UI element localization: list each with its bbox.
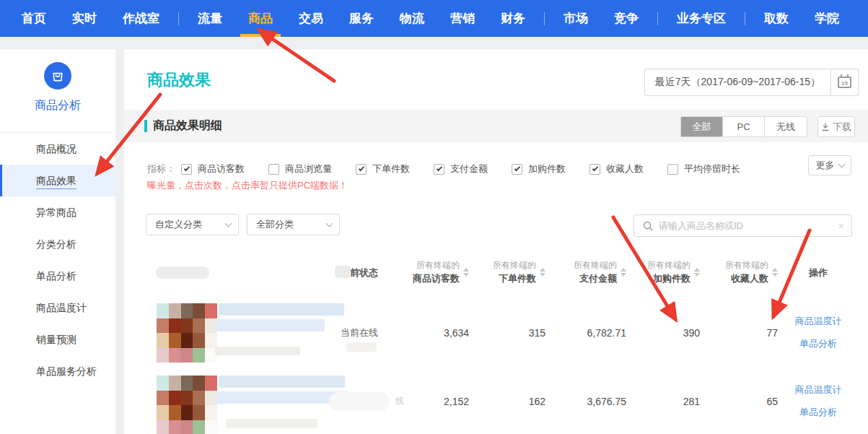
sort-desc-icon [621, 273, 626, 277]
metric-checkbox[interactable]: 商品访客数 [181, 162, 245, 175]
sidebar-item[interactable]: 分类分析 [0, 228, 115, 260]
table-header-metric[interactable]: 所有终端的下单件数 [469, 256, 545, 289]
nav-item[interactable]: 商品 [235, 0, 286, 37]
action-link[interactable]: 单品分析 [799, 406, 837, 419]
checkbox[interactable] [434, 164, 444, 175]
metric-label: 支付金额 [450, 162, 488, 175]
sidebar-item[interactable]: 商品概况 [0, 133, 115, 165]
nav-item[interactable]: 服务 [336, 0, 387, 37]
nav-item[interactable]: 业务专区 [664, 0, 739, 37]
metric-checkbox[interactable]: 收藏人数 [589, 162, 644, 175]
product-image-blurred [157, 376, 217, 434]
mosaic-cell [193, 420, 205, 434]
sort-desc-icon [772, 273, 778, 277]
date-range-button[interactable]: 最近7天（2017-06-09~2017-06-15） [644, 69, 831, 96]
nav-item[interactable]: 市场 [551, 0, 601, 37]
nav-item[interactable]: 学院 [802, 0, 852, 37]
mosaic-cell [157, 420, 169, 434]
nav-item[interactable]: 物流 [387, 0, 437, 37]
metric-value-cell: 281 [626, 367, 700, 434]
calendar-icon: 15 [838, 77, 851, 88]
action-link[interactable]: 商品温度计 [795, 315, 842, 328]
table-header-metric[interactable]: 所有终端的支付金额 [545, 256, 626, 289]
sidebar-item-label: 异常商品 [36, 207, 76, 218]
category-select[interactable]: 全部分类 [247, 214, 340, 235]
nav-item[interactable]: 实时 [59, 0, 110, 37]
sort-icon[interactable] [621, 268, 626, 277]
mosaic-cell [169, 391, 181, 406]
checkbox[interactable] [356, 164, 367, 175]
product-cell[interactable] [144, 298, 326, 367]
product-cell[interactable] [144, 367, 326, 434]
table-header-status[interactable]: 当前状态 [326, 256, 393, 289]
search-box: × [634, 214, 852, 237]
mosaic-cell [181, 348, 193, 363]
category-filters: 自定义分类全部分类 [146, 214, 340, 235]
sort-desc-icon [463, 273, 469, 277]
sort-icon[interactable] [540, 268, 545, 277]
nav-item[interactable]: 首页 [9, 0, 59, 37]
metric-checkbox[interactable]: 商品浏览量 [268, 162, 332, 175]
sidebar-header: 商品分析 [0, 49, 115, 113]
download-button[interactable]: 下载 [817, 116, 855, 137]
table-header-metric[interactable]: 所有终端的收藏人数 [700, 256, 778, 289]
check-icon [183, 165, 189, 170]
metric-header-name: 支付金额 [574, 272, 617, 286]
metric-label: 商品浏览量 [285, 162, 332, 175]
checkbox[interactable] [512, 164, 522, 175]
search-input[interactable] [659, 220, 838, 231]
product-title-blurred [226, 419, 317, 428]
sidebar-item[interactable]: 销量预测 [0, 324, 115, 355]
sidebar-item[interactable]: 单品分析 [0, 260, 115, 292]
sidebar-item[interactable]: 异常商品 [0, 196, 115, 228]
sidebar-item[interactable]: 商品效果 [0, 165, 115, 196]
mosaic-cell [193, 333, 205, 348]
metric-checkbox[interactable]: 平均停留时长 [667, 162, 740, 175]
nav-item[interactable]: 营销 [437, 0, 488, 37]
sidebar-item-label: 分类分析 [36, 238, 76, 250]
metric-checkbox[interactable]: 下单件数 [356, 162, 410, 175]
sort-icon[interactable] [463, 268, 469, 277]
sort-icon[interactable] [694, 268, 700, 277]
nav-divider [745, 12, 745, 25]
action-link[interactable]: 单品分析 [799, 337, 837, 350]
metric-value-cell: 3,676.75 [545, 367, 626, 434]
mosaic-cell [157, 376, 169, 391]
sort-asc-icon [694, 268, 700, 272]
checkbox[interactable] [181, 164, 192, 175]
sidebar-item[interactable]: 单品服务分析 [0, 355, 115, 387]
main-panel: 商品效果 最近7天（2017-06-09~2017-06-15） 15 商品效果… [124, 49, 868, 434]
nav-item[interactable]: 作战室 [110, 0, 172, 37]
more-button[interactable]: 更多 [808, 155, 851, 175]
mosaic-cell [157, 405, 169, 420]
sort-desc-icon [694, 273, 700, 277]
table-row: 当前在线3,6343156,782.7139077商品温度计单品分析 [144, 298, 859, 367]
nav-item[interactable]: 交易 [286, 0, 336, 37]
table-header-metric[interactable]: 所有终端的加购件数 [626, 256, 700, 289]
sort-icon[interactable] [772, 268, 778, 277]
product-title-blurred [215, 319, 325, 331]
terminal-tab[interactable]: PC [723, 117, 765, 136]
category-select[interactable]: 自定义分类 [146, 214, 239, 235]
clear-search-icon[interactable]: × [838, 221, 844, 231]
nav-item[interactable]: 竞争 [601, 0, 652, 37]
table-header-metric[interactable]: 所有终端的商品访客数 [393, 256, 469, 289]
nav-item[interactable]: 流量 [185, 0, 235, 37]
nav-item[interactable]: 财务 [488, 0, 538, 37]
sidebar-item-label: 单品服务分析 [36, 365, 97, 377]
section-band: 商品效果明细 全部PC无线 下载 [124, 110, 868, 142]
checkbox[interactable] [268, 164, 279, 175]
sidebar-item[interactable]: 商品温度计 [0, 292, 115, 324]
metric-checkbox[interactable]: 加购件数 [512, 162, 566, 175]
terminal-tab[interactable]: 无线 [765, 117, 807, 136]
checkbox[interactable] [589, 164, 600, 175]
mosaic-cell [205, 420, 217, 434]
mosaic-cell [193, 303, 205, 318]
nav-item[interactable]: 取数 [751, 0, 802, 37]
calendar-button[interactable]: 15 [831, 69, 859, 96]
action-link[interactable]: 商品温度计 [795, 383, 842, 396]
terminal-tab[interactable]: 全部 [681, 117, 723, 136]
metric-checkbox[interactable]: 支付金额 [434, 162, 488, 175]
mosaic-cell [205, 333, 217, 348]
checkbox[interactable] [667, 164, 678, 175]
